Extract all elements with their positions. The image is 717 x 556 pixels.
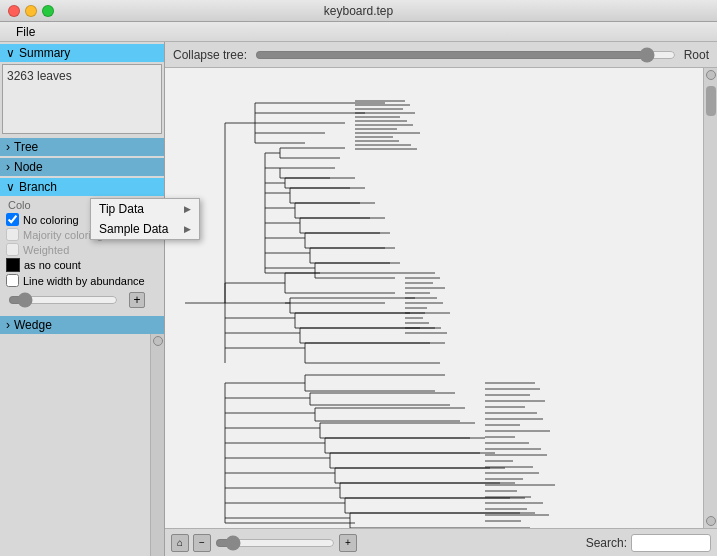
summary-arrow: ∨ [6, 46, 15, 60]
left-scroll-area: ∨ Summary 3263 leaves › Tree › Node ∨ Br… [0, 42, 164, 556]
sample-data-item[interactable]: Sample Data ▶ [91, 219, 199, 239]
summary-label: Summary [19, 46, 70, 60]
scroll-thumb[interactable] [706, 86, 716, 116]
node-section-header[interactable]: › Node [0, 158, 164, 176]
branch-slider[interactable] [8, 292, 118, 308]
dropdown-menu: Tip Data ▶ Sample Data ▶ [90, 198, 200, 240]
node-label: Node [14, 160, 43, 174]
line-width-checkbox[interactable] [6, 274, 19, 287]
tree-svg [165, 68, 695, 528]
window-controls[interactable] [8, 5, 54, 17]
wedge-section-header[interactable]: › Wedge [0, 316, 164, 334]
tip-data-arrow-icon: ▶ [184, 204, 191, 214]
summary-leaves: 3263 leaves [7, 69, 157, 83]
window-title: keyboard.tep [324, 4, 393, 18]
home-icon-button[interactable]: ⌂ [171, 534, 189, 552]
branch-arrow: ∨ [6, 180, 15, 194]
scroll-down-button[interactable] [706, 516, 716, 526]
close-button[interactable] [8, 5, 20, 17]
branch-label: Branch [19, 180, 57, 194]
bottom-bar: ⌂ − + Search: [165, 528, 717, 556]
as-no-count-row: as no count [4, 257, 160, 273]
maximize-button[interactable] [42, 5, 54, 17]
tree-label: Tree [14, 140, 38, 154]
no-coloring-label: No coloring [23, 214, 79, 226]
tree-arrow: › [6, 140, 10, 154]
sample-data-label: Sample Data [99, 222, 168, 236]
title-bar: keyboard.tep [0, 0, 717, 22]
collapse-label: Collapse tree: [173, 48, 247, 62]
scroll-up-button[interactable] [706, 70, 716, 80]
weighted-label: Weighted [23, 244, 69, 256]
minimize-button[interactable] [25, 5, 37, 17]
menu-bar: File [0, 22, 717, 42]
majority-coloring-checkbox[interactable] [6, 228, 19, 241]
weighted-row: Weighted [4, 242, 160, 257]
tip-data-item[interactable]: Tip Data ▶ [91, 199, 199, 219]
wedge-arrow: › [6, 318, 10, 332]
main-content: ∨ Summary 3263 leaves › Tree › Node ∨ Br… [0, 42, 717, 556]
tree-area [165, 68, 703, 528]
weighted-checkbox[interactable] [6, 243, 19, 256]
wedge-label: Wedge [14, 318, 52, 332]
root-label: Root [684, 48, 709, 62]
branch-plus-button[interactable]: + [129, 292, 145, 308]
zoom-slider[interactable] [215, 535, 335, 551]
summary-section-header[interactable]: ∨ Summary [0, 44, 164, 62]
branch-slider-row: + [4, 288, 160, 312]
color-swatch [6, 258, 20, 272]
sample-data-arrow-icon: ▶ [184, 224, 191, 234]
vertical-scrollbar[interactable] [703, 68, 717, 528]
plus-zoom-button[interactable]: + [339, 534, 357, 552]
search-input[interactable] [631, 534, 711, 552]
branch-section-header[interactable]: ∨ Branch [0, 178, 164, 196]
line-width-row: Line width by abundance [4, 273, 160, 288]
left-panel: ∨ Summary 3263 leaves › Tree › Node ∨ Br… [0, 42, 165, 556]
tip-data-label: Tip Data [99, 202, 144, 216]
as-no-count-label: as no count [24, 259, 81, 271]
tree-section-header[interactable]: › Tree [0, 138, 164, 156]
tree-right-area [165, 68, 717, 528]
minus-zoom-button[interactable]: − [193, 534, 211, 552]
node-arrow: › [6, 160, 10, 174]
no-coloring-checkbox[interactable] [6, 213, 19, 226]
collapse-slider[interactable] [255, 47, 676, 63]
collapse-bar: Collapse tree: Root [165, 42, 717, 68]
file-menu[interactable]: File [8, 25, 43, 39]
right-panel: Collapse tree: Root [165, 42, 717, 556]
search-label: Search: [586, 536, 627, 550]
line-width-label: Line width by abundance [23, 275, 145, 287]
summary-content: 3263 leaves [2, 64, 162, 134]
